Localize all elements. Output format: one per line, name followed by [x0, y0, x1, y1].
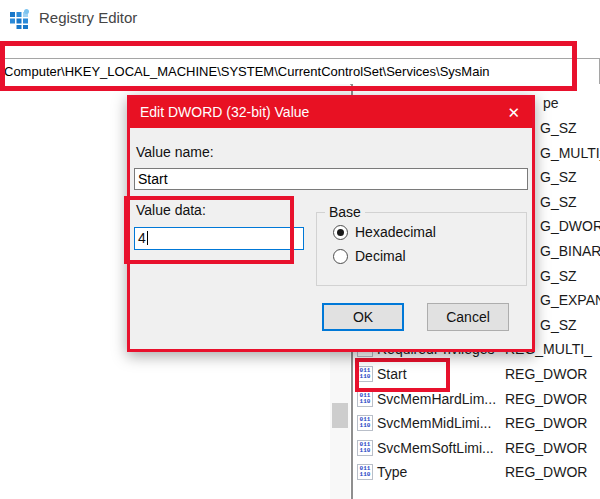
- tree-node[interactable]: [0, 476, 8, 499]
- registry-value-type-icon: [357, 440, 373, 456]
- registry-value-type-icon: [357, 391, 373, 407]
- value-type: REG_DWOR: [505, 362, 587, 386]
- registry-editor-icon: [9, 8, 31, 30]
- tree-node[interactable]: [0, 164, 8, 188]
- tree-node[interactable]: [0, 356, 8, 380]
- value-type: REG_DWOR: [505, 411, 587, 435]
- base-group-label: Base: [325, 204, 365, 220]
- tree-node[interactable]: [0, 188, 8, 212]
- value-name: Type: [377, 460, 407, 484]
- value-type: REG_DWOR: [505, 460, 587, 484]
- value-type: G_DWOR: [540, 214, 600, 238]
- tree-node[interactable]: [0, 236, 8, 260]
- value-type: G_MULTI_: [540, 141, 600, 165]
- value-type: REG_DWOR: [505, 387, 587, 411]
- value-row[interactable]: Type REG_DWOR: [353, 460, 600, 484]
- value-name-input[interactable]: [134, 168, 528, 190]
- tree-node[interactable]: [0, 92, 8, 116]
- tree-node[interactable]: [0, 308, 8, 332]
- value-data-text: 4: [138, 230, 146, 246]
- radio-button-icon[interactable]: [333, 249, 348, 264]
- tree-node[interactable]: [0, 284, 8, 308]
- radio-label: Decimal: [355, 248, 406, 264]
- close-icon[interactable]: ✕: [507, 103, 520, 123]
- text-caret: [147, 231, 148, 245]
- cancel-button[interactable]: Cancel: [427, 303, 509, 331]
- registry-editor-window: Registry Editor pe G_SZ G_MULT: [0, 0, 600, 499]
- dialog-title: Edit DWORD (32-bit) Value: [140, 104, 309, 120]
- value-row[interactable]: Start REG_DWOR: [353, 362, 600, 386]
- edit-dword-dialog: Edit DWORD (32-bit) Value ✕ Value name: …: [127, 95, 535, 352]
- value-name: SvcMemSoftLimi...: [377, 436, 494, 460]
- tree-node[interactable]: [0, 116, 8, 140]
- registry-value-type-icon: [357, 464, 373, 480]
- tree-node[interactable]: [0, 380, 8, 404]
- value-name-label: Value name:: [136, 144, 214, 160]
- tree-node[interactable]: [0, 404, 8, 428]
- address-bar-input[interactable]: [0, 58, 600, 85]
- value-type: G_SZ: [540, 116, 577, 140]
- value-row[interactable]: SvcMemMidLimi... REG_DWOR: [353, 411, 600, 435]
- radio-button-icon[interactable]: [333, 225, 348, 240]
- value-type: G_SZ: [540, 313, 577, 337]
- base-options: Hexadecimal Decimal: [317, 224, 526, 264]
- value-type: G_BINARY: [540, 239, 600, 263]
- base-radio-option[interactable]: Decimal: [333, 248, 526, 264]
- radio-label: Hexadecimal: [355, 224, 436, 240]
- tree-node[interactable]: [0, 452, 8, 476]
- tree-scrollbar-thumb[interactable]: [332, 403, 348, 428]
- tree-node[interactable]: [0, 332, 8, 356]
- tree-node[interactable]: [0, 428, 8, 452]
- value-data-input[interactable]: 4: [134, 227, 304, 250]
- tree-node[interactable]: [0, 140, 8, 164]
- dialog-titlebar[interactable]: Edit DWORD (32-bit) Value ✕: [130, 98, 532, 128]
- value-data-label: Value data:: [136, 202, 206, 218]
- annotation-box-start-value: [355, 358, 450, 392]
- value-type: G_SZ: [540, 165, 577, 189]
- window-titlebar: Registry Editor: [0, 0, 600, 40]
- column-header-type-fragment[interactable]: pe: [543, 95, 559, 111]
- base-group: Base Hexadecimal Decimal: [316, 204, 527, 286]
- value-type: G_SZ: [540, 190, 577, 214]
- value-row[interactable]: SvcMemSoftLimi... REG_DWOR: [353, 436, 600, 460]
- base-radio-option[interactable]: Hexadecimal: [333, 224, 526, 240]
- ok-button[interactable]: OK: [322, 303, 404, 331]
- tree-node[interactable]: [0, 212, 8, 236]
- window-title: Registry Editor: [39, 9, 137, 26]
- value-type: REG_DWOR: [505, 436, 587, 460]
- registry-value-type-icon: [357, 415, 373, 431]
- value-type: G_SZ: [540, 264, 577, 288]
- value-type: G_EXPAND: [540, 288, 600, 312]
- value-name: SvcMemMidLimi...: [377, 411, 491, 435]
- tree-node[interactable]: [0, 260, 8, 284]
